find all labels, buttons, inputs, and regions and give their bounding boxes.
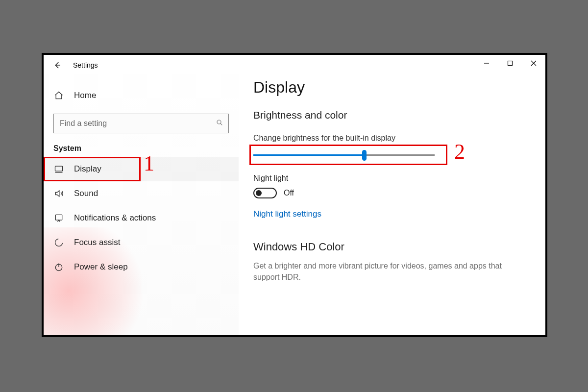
svg-rect-2	[55, 215, 62, 220]
close-icon	[531, 60, 537, 66]
brightness-label: Change brightness for the built-in displ…	[253, 134, 531, 143]
back-button[interactable]	[48, 55, 67, 75]
sidebar-nav: Display Sound Notifications & actions Fo…	[44, 157, 239, 279]
home-icon	[53, 91, 64, 100]
svg-rect-1	[55, 166, 63, 171]
search-box[interactable]	[53, 114, 229, 133]
svg-point-0	[217, 120, 221, 124]
slider-fill	[253, 154, 364, 156]
arrow-left-icon	[53, 61, 62, 70]
window-title: Settings	[73, 61, 98, 69]
display-icon	[53, 164, 64, 174]
night-light-toggle[interactable]	[253, 188, 277, 198]
sidebar: Settings Home System Display	[44, 55, 239, 335]
main-content: Display Brightness and color Change brig…	[239, 55, 545, 335]
toggle-knob	[256, 190, 262, 196]
window-controls	[475, 55, 545, 72]
page-title: Display	[253, 78, 531, 97]
sidebar-item-label: Power & sleep	[74, 262, 128, 272]
minimize-icon	[484, 60, 490, 66]
sidebar-item-label: Sound	[74, 189, 98, 198]
notifications-icon	[53, 213, 64, 223]
section-brightness-header: Brightness and color	[253, 109, 531, 121]
search-icon	[216, 119, 223, 128]
brightness-slider[interactable]	[253, 147, 449, 167]
night-light-label: Night light	[253, 174, 531, 183]
sidebar-item-display[interactable]: Display	[44, 157, 239, 181]
maximize-icon	[507, 60, 513, 66]
night-light-state: Off	[284, 189, 294, 197]
power-icon	[53, 262, 64, 272]
sidebar-item-label: Focus assist	[74, 238, 120, 247]
sidebar-category: System	[53, 144, 239, 153]
settings-window: Settings Home System Display	[42, 53, 547, 337]
slider-thumb[interactable]	[362, 150, 367, 161]
svg-rect-4	[508, 61, 513, 66]
sound-icon	[53, 189, 64, 198]
close-button[interactable]	[522, 55, 545, 72]
sidebar-item-sound[interactable]: Sound	[44, 181, 239, 206]
night-light-toggle-row: Off	[253, 188, 531, 198]
sidebar-item-power-sleep[interactable]: Power & sleep	[44, 255, 239, 279]
section-hd-header: Windows HD Color	[253, 241, 531, 253]
sidebar-home-label: Home	[74, 91, 96, 100]
minimize-button[interactable]	[475, 55, 498, 72]
sidebar-item-focus-assist[interactable]: Focus assist	[44, 230, 239, 255]
sidebar-item-label: Display	[74, 164, 101, 174]
focus-assist-icon	[53, 238, 64, 247]
titlebar: Settings	[44, 55, 239, 75]
maximize-button[interactable]	[498, 55, 522, 72]
search-input[interactable]	[59, 119, 216, 128]
night-light-settings-link[interactable]: Night light settings	[253, 209, 321, 219]
sidebar-home[interactable]: Home	[44, 84, 239, 107]
sidebar-item-label: Notifications & actions	[74, 213, 156, 223]
hd-description: Get a brighter and more vibrant picture …	[253, 260, 508, 283]
sidebar-item-notifications[interactable]: Notifications & actions	[44, 206, 239, 230]
